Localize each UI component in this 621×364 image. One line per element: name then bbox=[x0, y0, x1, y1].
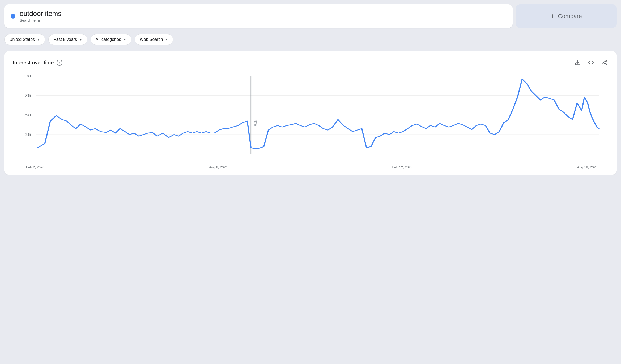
embed-icon bbox=[588, 60, 594, 66]
embed-button[interactable] bbox=[587, 59, 595, 67]
svg-text:25: 25 bbox=[24, 132, 31, 137]
chart-header: Interest over time ? bbox=[13, 59, 608, 67]
svg-text:Note: Note bbox=[253, 120, 258, 126]
svg-line-5 bbox=[603, 61, 605, 62]
chevron-down-icon: ▼ bbox=[165, 38, 168, 41]
share-button[interactable] bbox=[600, 59, 608, 67]
interest-chart: 100 75 50 25 Note bbox=[13, 73, 608, 163]
top-section: outdoor items Search term + Compare bbox=[4, 4, 617, 28]
svg-text:50: 50 bbox=[24, 113, 31, 117]
compare-label: Compare bbox=[558, 13, 582, 20]
chart-area: 100 75 50 25 Note bbox=[13, 73, 608, 163]
filter-timerange-label: Past 5 years bbox=[53, 37, 77, 42]
search-card: outdoor items Search term bbox=[4, 4, 513, 28]
x-axis-labels: Feb 2, 2020 Aug 8, 2021 Feb 12, 2023 Aug… bbox=[13, 163, 608, 169]
chevron-down-icon: ▼ bbox=[123, 38, 126, 41]
filter-location-label: United States bbox=[9, 37, 35, 42]
share-icon bbox=[601, 60, 607, 66]
download-icon bbox=[575, 60, 581, 66]
search-text: outdoor items Search term bbox=[20, 10, 62, 23]
svg-text:75: 75 bbox=[24, 93, 31, 97]
filter-searchtype-label: Web Search bbox=[140, 37, 163, 42]
filter-location[interactable]: United States ▼ bbox=[4, 34, 45, 45]
x-label-2: Aug 8, 2021 bbox=[209, 165, 228, 169]
svg-text:100: 100 bbox=[21, 74, 31, 78]
svg-line-4 bbox=[603, 63, 605, 64]
compare-plus-icon: + bbox=[551, 12, 555, 20]
filter-category[interactable]: All categories ▼ bbox=[91, 34, 131, 45]
x-label-3: Feb 12, 2023 bbox=[392, 165, 413, 169]
chart-actions bbox=[574, 59, 608, 67]
compare-button[interactable]: + Compare bbox=[516, 4, 617, 28]
chevron-down-icon: ▼ bbox=[79, 38, 82, 41]
filter-category-label: All categories bbox=[96, 37, 121, 42]
chart-title-group: Interest over time ? bbox=[13, 60, 62, 66]
help-icon[interactable]: ? bbox=[57, 60, 62, 66]
search-term: outdoor items bbox=[20, 10, 62, 18]
search-dot bbox=[11, 14, 15, 19]
filter-timerange[interactable]: Past 5 years ▼ bbox=[48, 34, 87, 45]
chart-section: Interest over time ? bbox=[4, 51, 617, 175]
download-button[interactable] bbox=[574, 59, 582, 67]
chevron-down-icon: ▼ bbox=[37, 38, 40, 41]
x-label-4: Aug 18, 2024 bbox=[577, 165, 598, 169]
chart-title: Interest over time bbox=[13, 60, 54, 66]
search-subtitle: Search term bbox=[20, 18, 62, 23]
x-label-1: Feb 2, 2020 bbox=[26, 165, 44, 169]
filters-section: United States ▼ Past 5 years ▼ All categ… bbox=[4, 32, 617, 47]
filter-searchtype[interactable]: Web Search ▼ bbox=[135, 34, 173, 45]
